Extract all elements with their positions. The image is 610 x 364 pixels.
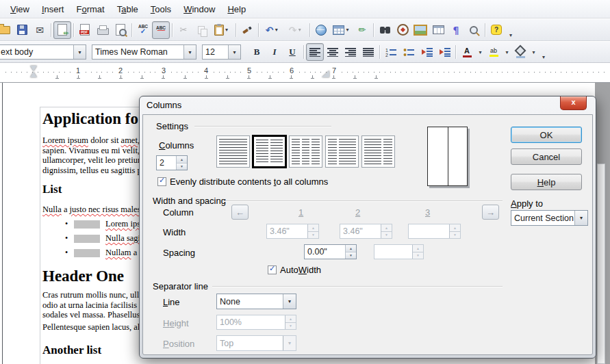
table-dropdown[interactable]: ▾ bbox=[344, 27, 351, 33]
bold-button[interactable]: B bbox=[248, 43, 266, 61]
line-dropdown-button[interactable]: ▾ bbox=[283, 294, 296, 309]
align-right-button[interactable] bbox=[342, 43, 359, 61]
zoom-button[interactable] bbox=[465, 21, 483, 39]
redo-icon: ↷ bbox=[289, 25, 297, 36]
open-button[interactable] bbox=[0, 21, 13, 39]
undo-button[interactable]: ↶▾ bbox=[261, 21, 284, 39]
spinner-arrows[interactable]: ▲▼ bbox=[345, 245, 356, 259]
auto-spellcheck-toggle[interactable]: ABC~~~ bbox=[152, 21, 170, 39]
bullet-list-button[interactable] bbox=[400, 43, 418, 61]
save-button[interactable] bbox=[13, 21, 31, 39]
size-dropdown-button[interactable]: ▾ bbox=[228, 45, 240, 59]
hyperlink-button[interactable] bbox=[312, 21, 330, 39]
line-style-select[interactable]: None▾ bbox=[216, 294, 296, 309]
data-sources-button[interactable] bbox=[429, 21, 447, 39]
style-dropdown-button[interactable]: ▾ bbox=[73, 45, 86, 59]
menu-item[interactable]: Insert bbox=[36, 2, 71, 16]
apply-to-dropdown-button[interactable]: ▾ bbox=[574, 211, 587, 225]
underline-button[interactable]: U bbox=[283, 43, 301, 61]
ruler-dots bbox=[5, 72, 607, 73]
italic-icon: I bbox=[272, 47, 276, 57]
paste-dropdown[interactable]: ▾ bbox=[224, 27, 230, 33]
picture-frame-icon bbox=[414, 25, 427, 36]
group-line bbox=[212, 286, 503, 287]
toolbar-separator bbox=[172, 23, 173, 37]
navigator-button[interactable] bbox=[394, 21, 411, 39]
draw-functions-button[interactable]: ✏ bbox=[353, 21, 371, 39]
font-color-button[interactable]: A bbox=[458, 43, 476, 61]
menu-bar: View Insert Format Table Tools Window He… bbox=[0, 0, 610, 18]
gallery-button[interactable] bbox=[411, 21, 429, 39]
toolbar-overflow-button[interactable]: ▾ bbox=[538, 43, 549, 61]
email-button[interactable]: ✉ bbox=[31, 21, 49, 39]
spellcheck-button[interactable]: ABC✓ bbox=[134, 21, 152, 39]
group-line bbox=[194, 126, 331, 127]
preset-one-column[interactable] bbox=[216, 135, 250, 168]
align-left-button[interactable] bbox=[306, 43, 324, 61]
edit-file-toggle[interactable]: ✏ bbox=[53, 21, 71, 39]
align-justify-button[interactable] bbox=[359, 43, 377, 61]
font-size-combo[interactable]: 12▾ bbox=[202, 44, 241, 60]
highlighting-button[interactable]: ab bbox=[485, 43, 503, 61]
ruler-number: 7 bbox=[331, 66, 338, 75]
background-color-button[interactable] bbox=[511, 43, 529, 61]
column-3-label: 3 bbox=[425, 207, 430, 218]
align-center-button[interactable] bbox=[324, 43, 342, 61]
menu-item[interactable]: View bbox=[4, 2, 36, 16]
apply-to-select[interactable]: Current Section▾ bbox=[511, 210, 588, 226]
font-dropdown-button[interactable]: ▾ bbox=[183, 45, 196, 59]
paste-button[interactable]: ▾ bbox=[210, 21, 233, 39]
vertical-scrollbar[interactable] bbox=[597, 164, 605, 364]
font-color-dropdown[interactable]: ▾ bbox=[476, 43, 485, 61]
menu-item[interactable]: Help bbox=[221, 2, 252, 16]
close-button[interactable]: x bbox=[560, 96, 587, 110]
columns-count-stepper[interactable]: 2 ▲▼ bbox=[156, 155, 188, 170]
evenly-distribute-checkbox[interactable]: ✓ bbox=[157, 177, 166, 186]
font-name-combo[interactable]: Times New Roman▾ bbox=[92, 44, 196, 60]
indent-marker[interactable] bbox=[30, 66, 38, 78]
toolbar-overflow-button[interactable]: ▾ bbox=[505, 21, 516, 39]
formatting-marks-button[interactable]: ¶ bbox=[447, 21, 465, 39]
undo-dropdown[interactable]: ▾ bbox=[273, 27, 279, 33]
paragraph-style-combo[interactable]: ext body▾ bbox=[0, 44, 86, 60]
preset-left-narrow[interactable] bbox=[325, 135, 359, 168]
autowidth-label: AutoWidth bbox=[280, 265, 321, 275]
insert-table-button[interactable]: ▾ bbox=[330, 21, 353, 39]
decrease-indent-button[interactable] bbox=[418, 43, 435, 61]
background-color-dropdown[interactable]: ▾ bbox=[529, 43, 538, 61]
export-pdf-button[interactable]: PDF bbox=[76, 21, 94, 39]
right-indent-marker[interactable] bbox=[322, 70, 329, 77]
cancel-button[interactable]: Cancel bbox=[511, 148, 582, 165]
text-segment: amet bbox=[121, 135, 138, 145]
menu-item[interactable]: Tools bbox=[144, 2, 177, 16]
scroll-columns-left-button[interactable]: ← bbox=[231, 205, 249, 220]
numbered-list-button[interactable]: 12 bbox=[382, 43, 400, 61]
preset-three-columns[interactable] bbox=[289, 135, 322, 168]
column-2-label: 2 bbox=[355, 207, 360, 218]
help-button[interactable]: Help bbox=[511, 174, 582, 190]
find-replace-button[interactable] bbox=[376, 21, 394, 39]
spacing-1-stepper[interactable]: 0.00"▲▼ bbox=[304, 244, 357, 259]
print-button[interactable] bbox=[94, 21, 112, 39]
preset-right-narrow[interactable] bbox=[361, 135, 395, 168]
binoculars-icon bbox=[380, 27, 385, 34]
increase-indent-button[interactable] bbox=[435, 43, 453, 61]
autowidth-checkbox[interactable]: ✓ bbox=[268, 265, 277, 274]
menu-item[interactable]: Table bbox=[111, 2, 144, 16]
table-icon bbox=[333, 25, 344, 35]
ok-button[interactable]: OK bbox=[511, 127, 582, 143]
document-heading-1: Application fo bbox=[42, 110, 138, 128]
highlighting-dropdown[interactable]: ▾ bbox=[503, 43, 511, 61]
menu-item[interactable]: Window bbox=[177, 2, 221, 16]
numbered-list-icon: 12 bbox=[385, 48, 397, 57]
menu-item[interactable]: Format bbox=[70, 2, 110, 16]
help-button[interactable]: ? bbox=[487, 21, 505, 39]
italic-button[interactable]: I bbox=[266, 43, 283, 61]
preset-two-columns[interactable] bbox=[253, 135, 286, 168]
toolbar-separator bbox=[258, 23, 259, 37]
scroll-columns-right-button[interactable]: → bbox=[482, 205, 499, 220]
text-segment: justo nec risus malesu bbox=[70, 205, 145, 214]
spinner-arrows[interactable]: ▲▼ bbox=[176, 156, 187, 170]
format-paintbrush-button[interactable] bbox=[238, 21, 256, 39]
page-preview-button[interactable] bbox=[112, 21, 129, 39]
